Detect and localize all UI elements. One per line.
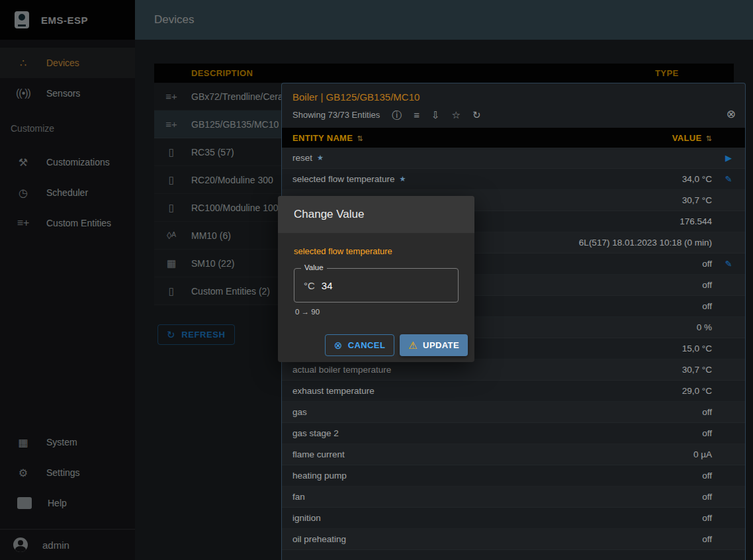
entity-label: selected flow temperature: [294, 246, 459, 256]
cancel-label: CANCEL: [348, 340, 386, 350]
update-button[interactable]: ⚠ UPDATE: [400, 334, 468, 356]
value-range-helper: 0 → 90: [295, 308, 457, 316]
value-field[interactable]: Value °C 34: [294, 268, 459, 303]
warning-icon: ⚠: [408, 340, 418, 351]
unit-adornment: °C: [304, 280, 315, 291]
cancel-icon: ⊗: [334, 340, 343, 351]
value-field-label: Value: [301, 263, 327, 271]
update-label: UPDATE: [423, 340, 459, 350]
cancel-button[interactable]: ⊗ CANCEL: [325, 334, 395, 356]
dialog-title: Change Value: [278, 196, 474, 233]
dialog-buttons: ⊗ CANCEL ⚠ UPDATE: [285, 334, 468, 356]
value-input[interactable]: 34: [322, 280, 333, 291]
change-value-dialog: Change Value selected flow temperature V…: [278, 196, 474, 362]
